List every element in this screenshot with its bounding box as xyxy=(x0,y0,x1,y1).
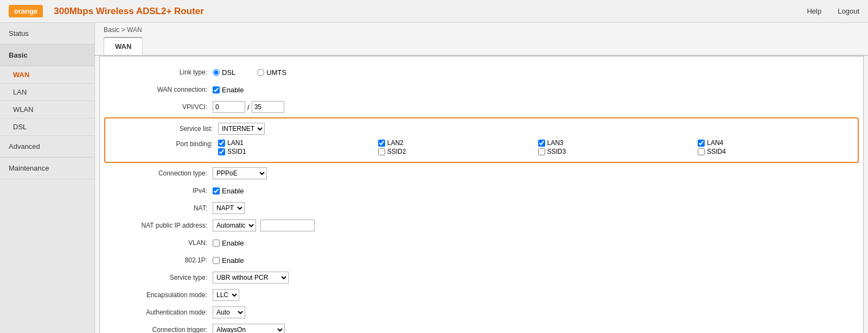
logout-link[interactable]: Logout xyxy=(838,7,859,15)
lan4-label: LAN4 xyxy=(707,139,723,147)
wan-connection-checkbox[interactable] xyxy=(213,86,220,93)
sidebar-item-wlan[interactable]: WLAN xyxy=(0,101,94,118)
port-lan4: LAN4 xyxy=(698,139,853,147)
vci-separator: / xyxy=(247,103,250,111)
content-area: Basic > WAN WAN Link type: DSL UMTS WA xyxy=(95,23,868,333)
service-list-select[interactable]: INTERNET xyxy=(218,123,265,135)
service-port-box: Service list: INTERNET Port binding: xyxy=(104,117,859,163)
lan2-label: LAN2 xyxy=(387,139,404,147)
sidebar-item-dsl[interactable]: DSL xyxy=(0,118,94,136)
lan2-checkbox[interactable] xyxy=(378,140,385,147)
port-binding-row: Port binding: LAN1 LAN2 xyxy=(110,139,853,155)
link-type-label: Link type: xyxy=(104,68,213,76)
vci-input[interactable] xyxy=(252,101,284,113)
port-ssid2: SSID2 xyxy=(378,148,534,155)
nat-value: NAPT NAT None xyxy=(213,202,859,214)
authentication-select[interactable]: Auto PAP CHAP xyxy=(213,306,245,318)
ipv4-label: IPv4: xyxy=(104,187,213,194)
ssid4-checkbox[interactable] xyxy=(698,148,705,155)
ssid2-label: SSID2 xyxy=(387,148,406,155)
logo: orange xyxy=(9,5,43,17)
sidebar: Status Basic WAN LAN WLAN DSL Advanced M… xyxy=(0,23,95,333)
vlan-label: VLAN: xyxy=(104,239,213,247)
nat-select[interactable]: NAPT NAT None xyxy=(213,202,245,214)
dot1p-row: 802.1P: Enable xyxy=(104,253,859,267)
connection-trigger-select[interactable]: AlwaysOn Manual ConnectOnDemand xyxy=(213,324,285,333)
vlan-row: VLAN: Enable xyxy=(104,236,859,250)
wan-connection-row: WAN connection: Enable xyxy=(104,83,859,97)
port-lan2: LAN2 xyxy=(378,139,534,147)
connection-type-row: Connection type: PPPoE xyxy=(104,166,859,180)
vpi-vci-label: VPI/VCI: xyxy=(104,103,213,111)
authentication-label: Authentication mode: xyxy=(104,309,213,316)
vpi-vci-row: VPI/VCI: / xyxy=(104,100,859,114)
vpi-input[interactable] xyxy=(213,101,245,113)
port-ssid1: SSID1 xyxy=(218,148,374,155)
nat-public-ip-select[interactable]: Automatic Manual xyxy=(213,219,256,231)
wan-connection-value: Enable xyxy=(213,86,859,94)
port-binding-grid: LAN1 LAN2 LAN3 xyxy=(218,139,853,155)
authentication-row: Authentication mode: Auto PAP CHAP xyxy=(104,305,859,319)
breadcrumb: Basic > WAN xyxy=(95,23,868,37)
port-ssid3: SSID3 xyxy=(538,148,694,155)
authentication-value: Auto PAP CHAP xyxy=(213,306,859,318)
encapsulation-row: Encapsulation mode: LLC VC xyxy=(104,288,859,302)
ipv4-row: IPv4: Enable xyxy=(104,184,859,198)
nat-public-ip-row: NAT public IP address: Automatic Manual xyxy=(104,218,859,233)
sidebar-item-lan[interactable]: LAN xyxy=(0,84,94,101)
encapsulation-select[interactable]: LLC VC xyxy=(213,289,239,301)
service-type-row: Service type: UBR without PCR UBR with P… xyxy=(104,271,859,285)
port-lan1: LAN1 xyxy=(218,139,374,147)
port-binding-value: LAN1 LAN2 LAN3 xyxy=(218,139,853,155)
connection-trigger-label: Connection trigger: xyxy=(104,326,213,333)
main-layout: Status Basic WAN LAN WLAN DSL Advanced M… xyxy=(0,23,868,333)
link-type-dsl-label: DSL xyxy=(222,68,235,77)
nat-public-ip-input[interactable] xyxy=(260,219,315,231)
ssid1-label: SSID1 xyxy=(227,148,246,155)
lan1-label: LAN1 xyxy=(227,139,244,147)
form-container: Link type: DSL UMTS WAN connection: Enab… xyxy=(99,56,864,333)
vlan-value: Enable xyxy=(213,239,859,247)
ssid3-checkbox[interactable] xyxy=(538,148,545,155)
port-ssid4: SSID4 xyxy=(698,148,853,155)
wan-connection-label: WAN connection: xyxy=(104,86,213,93)
help-link[interactable]: Help xyxy=(807,7,821,15)
service-list-label: Service list: xyxy=(110,125,218,133)
link-type-umts-label: UMTS xyxy=(266,68,286,77)
nat-public-ip-value: Automatic Manual xyxy=(213,219,859,231)
ssid3-label: SSID3 xyxy=(547,148,566,155)
tab-wan[interactable]: WAN xyxy=(104,37,143,55)
tab-bar: WAN xyxy=(95,37,868,56)
sidebar-item-status[interactable]: Status xyxy=(0,23,94,45)
nat-row: NAT: NAPT NAT None xyxy=(104,201,859,215)
dot1p-value: Enable xyxy=(213,256,859,265)
sidebar-item-advanced[interactable]: Advanced xyxy=(0,136,94,158)
sidebar-item-wan[interactable]: WAN xyxy=(0,66,94,84)
service-list-value: INTERNET xyxy=(218,123,853,135)
link-type-dsl-radio[interactable] xyxy=(213,69,220,76)
encapsulation-label: Encapsulation mode: xyxy=(104,291,213,299)
dot1p-label: 802.1P: xyxy=(104,256,213,264)
port-binding-label: Port binding: xyxy=(110,139,218,148)
ipv4-checkbox[interactable] xyxy=(213,187,220,194)
sidebar-item-maintenance[interactable]: Maintenance xyxy=(0,158,94,179)
ssid1-checkbox[interactable] xyxy=(218,148,225,155)
nat-public-ip-label: NAT public IP address: xyxy=(104,222,213,229)
wan-connection-enable-label: Enable xyxy=(222,86,244,94)
sidebar-item-basic[interactable]: Basic xyxy=(0,45,94,66)
encapsulation-value: LLC VC xyxy=(213,289,859,301)
lan3-checkbox[interactable] xyxy=(538,140,545,147)
service-type-select[interactable]: UBR without PCR UBR with PCR CBR xyxy=(213,272,289,284)
service-type-label: Service type: xyxy=(104,274,213,281)
ssid2-checkbox[interactable] xyxy=(378,148,385,155)
connection-trigger-row: Connection trigger: AlwaysOn Manual Conn… xyxy=(104,323,859,333)
link-type-umts-radio[interactable] xyxy=(257,69,264,76)
connection-type-select[interactable]: PPPoE xyxy=(213,167,267,179)
lan3-label: LAN3 xyxy=(547,139,564,147)
header: orange 300Mbps Wireless ADSL2+ Router He… xyxy=(0,0,868,23)
app-title: 300Mbps Wireless ADSL2+ Router xyxy=(54,6,807,17)
dot1p-checkbox[interactable] xyxy=(213,257,220,264)
lan4-checkbox[interactable] xyxy=(698,140,705,147)
vlan-checkbox[interactable] xyxy=(213,240,220,247)
lan1-checkbox[interactable] xyxy=(218,140,225,147)
